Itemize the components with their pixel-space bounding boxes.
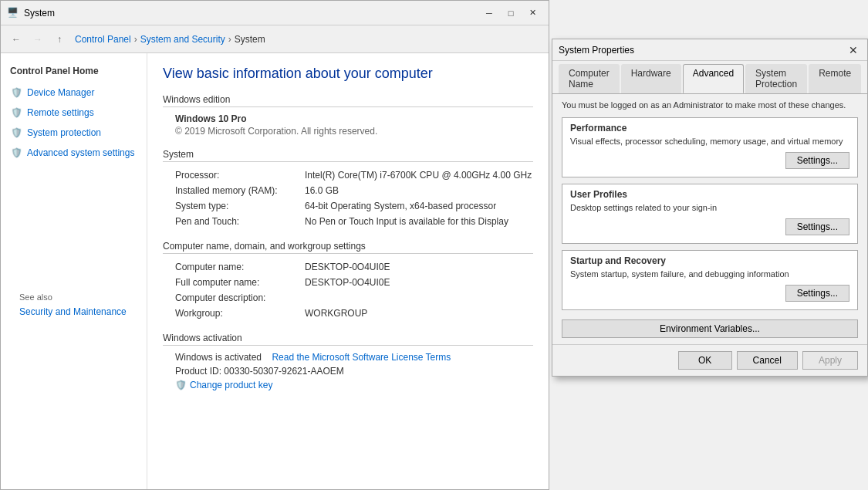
startup-group: Startup and Recovery System startup, sys… [562,250,858,310]
section-computer-name: Computer name, domain, and workgroup set… [163,241,533,254]
dialog-footer: OK Cancel Apply [552,344,867,376]
section-windows-edition: Windows edition [163,94,533,107]
tab-advanced[interactable]: Advanced [683,64,744,93]
dialog-info-text: You must be logged on as an Administrato… [562,100,858,110]
full-comp-name-value: DESKTOP-0O4UI0E [305,275,533,289]
tab-hardware[interactable]: Hardware [621,64,681,93]
ram-value: 16.0 GB [305,184,533,198]
see-also-link-security[interactable]: Security and Maintenance [10,305,137,319]
see-also-label: See also [10,286,137,305]
system-properties-dialog[interactable]: System Properties ✕ Computer Name Hardwa… [552,39,868,377]
startup-title: Startup and Recovery [570,255,849,266]
shield-product-icon: 🛡️ [175,380,187,390]
forward-button[interactable]: → [29,30,47,49]
breadcrumb: Control Panel › System and Security › Sy… [75,34,265,45]
breadcrumb-sep2: › [228,34,231,45]
performance-group: Performance Visual effects, processor sc… [562,117,858,177]
system-type-value: 64-bit Operating System, x64-based proce… [305,199,533,213]
tab-computer-name[interactable]: Computer Name [559,64,620,93]
comp-name-label: Computer name: [175,260,299,274]
breadcrumb-control-panel[interactable]: Control Panel [75,34,131,45]
nav-bar: ← → ↑ Control Panel › System and Securit… [1,25,549,53]
performance-settings-button[interactable]: Settings... [785,152,849,169]
title-buttons: ─ □ ✕ [479,5,542,21]
computer-name-grid: Computer name: DESKTOP-0O4UI0E Full comp… [163,260,533,320]
main-content: View basic information about your comput… [147,53,549,489]
title-bar: 🖥️ System ─ □ ✕ [1,1,549,25]
activation-status: Windows is activated Read the Microsoft … [175,352,533,363]
workgroup-value: WORKGROUP [305,306,533,320]
edition-name: Windows 10 Pro [163,113,533,124]
processor-value: Intel(R) Core(TM) i7-6700K CPU @ 4.00GHz… [305,168,533,182]
tab-remote[interactable]: Remote [809,64,861,93]
sidebar-label-device-manager: Device Manager [27,87,94,98]
maximize-button[interactable]: □ [501,5,521,21]
dialog-close-button[interactable]: ✕ [846,42,861,58]
activation-link[interactable]: Read the Microsoft Software License Term… [272,352,451,363]
ok-button[interactable]: OK [678,351,732,370]
sidebar-label-system-protection: System protection [27,127,101,138]
title-bar-left: 🖥️ System [7,7,55,19]
workgroup-label: Workgroup: [175,306,299,320]
performance-desc: Visual effects, processor scheduling, me… [570,137,849,146]
sidebar-home[interactable]: Control Panel Home [1,59,147,83]
sidebar-item-system-protection[interactable]: 🛡️ System protection [1,123,147,143]
dialog-tabs: Computer Name Hardware Advanced System P… [552,61,867,94]
comp-name-value: DESKTOP-0O4UI0E [305,260,533,274]
dialog-body: You must be logged on as an Administrato… [552,94,867,344]
sidebar: Control Panel Home 🛡️ Device Manager 🛡️ … [1,53,147,489]
section-system: System [163,149,533,162]
close-button[interactable]: ✕ [522,5,542,21]
sidebar-item-advanced-settings[interactable]: 🛡️ Advanced system settings [1,143,147,163]
minimize-button[interactable]: ─ [479,5,499,21]
startup-desc: System startup, system failure, and debu… [570,269,849,279]
content-area: Control Panel Home 🛡️ Device Manager 🛡️ … [1,53,549,489]
comp-desc-value [305,291,533,305]
ram-label: Installed memory (RAM): [175,184,299,198]
change-product-key-link[interactable]: 🛡️ Change product key [175,380,533,390]
processor-label: Processor: [175,168,299,182]
user-profiles-settings-button[interactable]: Settings... [785,218,849,235]
pen-touch-value: No Pen or Touch Input is available for t… [305,215,533,228]
full-comp-name-label: Full computer name: [175,275,299,289]
breadcrumb-sep1: › [134,34,137,45]
system-type-label: System type: [175,199,299,213]
section-activation: Windows activation [163,333,533,346]
window-icon: 🖥️ [7,7,19,19]
breadcrumb-system-security[interactable]: System and Security [140,34,225,45]
shield-icon-2: 🛡️ [10,106,22,119]
up-button[interactable]: ↑ [50,30,69,49]
page-title: View basic information about your comput… [163,66,533,82]
cancel-button[interactable]: Cancel [737,351,798,370]
window-title: System [24,8,55,19]
user-profiles-title: User Profiles [570,189,849,200]
system-info-grid: Processor: Intel(R) Core(TM) i7-6700K CP… [163,168,533,228]
comp-desc-label: Computer description: [175,291,299,305]
performance-title: Performance [570,123,849,133]
tab-system-protection[interactable]: System Protection [745,64,807,93]
dialog-title-bar: System Properties ✕ [552,39,867,61]
product-id: Product ID: 00330-50307-92621-AAOEM [175,366,533,377]
pen-touch-label: Pen and Touch: [175,215,299,228]
shield-icon-3: 🛡️ [10,127,22,139]
apply-button[interactable]: Apply [802,351,858,370]
sidebar-label-remote-settings: Remote settings [27,107,94,118]
copyright-text: © 2019 Microsoft Corporation. All rights… [163,126,533,137]
user-profiles-group: User Profiles Desktop settings related t… [562,184,858,244]
sidebar-item-remote-settings[interactable]: 🛡️ Remote settings [1,103,147,123]
env-vars-button[interactable]: Environment Variables... [562,319,858,338]
startup-settings-button[interactable]: Settings... [785,285,849,302]
shield-icon-1: 🛡️ [10,86,22,99]
sidebar-label-advanced-settings: Advanced system settings [27,147,134,158]
breadcrumb-current: System [235,34,265,45]
dialog-title: System Properties [559,45,634,56]
shield-icon-4: 🛡️ [10,147,22,159]
user-profiles-desc: Desktop settings related to your sign-in [570,203,849,212]
main-window: 🖥️ System ─ □ ✕ ← → ↑ Control Panel › Sy… [0,0,549,490]
back-button[interactable]: ← [7,30,25,49]
sidebar-item-device-manager[interactable]: 🛡️ Device Manager [1,83,147,103]
